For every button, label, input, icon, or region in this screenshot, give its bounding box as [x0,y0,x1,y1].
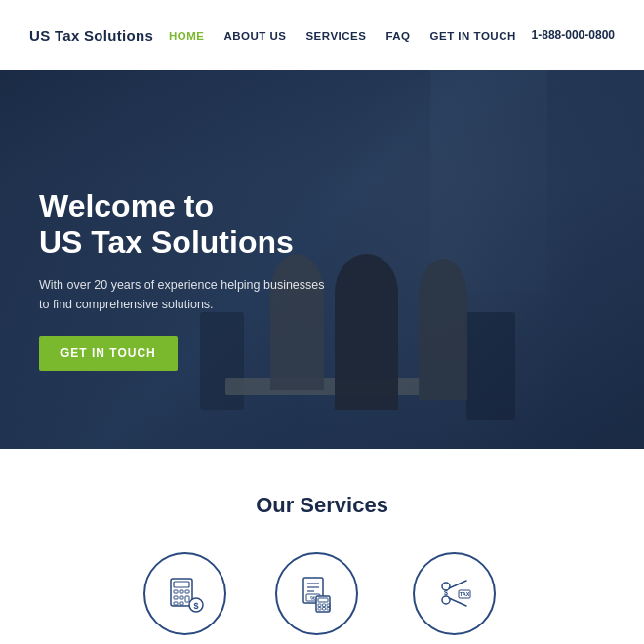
hero-cta-button[interactable]: GET IN TOUCH [39,336,178,371]
navbar: US Tax Solutions HOME ABOUT US SERVICES … [0,0,644,70]
svg-text:$: $ [194,601,199,611]
hero-title: Welcome toUS Tax Solutions [39,188,325,261]
svg-rect-1 [174,582,189,587]
svg-rect-6 [180,596,183,599]
svg-text:TAX: TAX [460,591,470,597]
person-right [419,259,467,400]
nav-item-contact[interactable]: GET IN TOUCH [430,26,516,44]
hero-content: Welcome toUS Tax Solutions With over 20 … [39,188,325,371]
svg-rect-4 [185,590,189,593]
nav-link-services[interactable]: SERVICES [305,30,366,42]
svg-text:$: $ [444,588,448,596]
audits-icon-circle: % [275,552,358,635]
svg-rect-2 [174,590,178,593]
nav-item-services[interactable]: SERVICES [305,26,366,44]
tax-planning-icon-circle: TAX $ [413,552,496,635]
svg-line-29 [449,598,466,606]
services-section: Our Services $ [0,449,644,644]
services-grid: $ TAXES % [29,552,615,644]
nav-link-faq[interactable]: FAQ [385,30,410,42]
svg-rect-3 [180,590,183,593]
taxes-icon: $ [163,573,206,616]
phone-number: 1-888-000-0800 [532,28,615,42]
taxes-icon-circle: $ [143,552,226,635]
service-item-audits: % AUDITS [275,552,358,644]
nav-item-home[interactable]: HOME [169,26,205,44]
svg-point-27 [442,596,450,604]
svg-rect-5 [174,596,178,599]
nav-item-faq[interactable]: FAQ [385,26,410,44]
hero-subtitle: With over 20 years of experience helping… [39,275,325,314]
svg-line-28 [449,581,466,588]
service-item-taxes: $ TAXES [143,552,226,644]
nav-item-about[interactable]: ABOUT US [223,26,286,44]
services-title: Our Services [29,493,615,518]
tax-planning-icon: TAX $ [432,573,475,616]
service-item-tax-planning: TAX $ TAX PLANNING [407,552,501,644]
nav-link-home[interactable]: HOME [169,30,205,42]
person-center [335,254,398,410]
audits-icon: % [295,573,338,616]
site-logo: US Tax Solutions [29,27,153,44]
nav-link-about[interactable]: ABOUT US [223,30,286,42]
svg-rect-9 [180,602,183,605]
svg-rect-7 [185,596,189,602]
nav-link-contact[interactable]: GET IN TOUCH [430,30,516,42]
svg-rect-8 [174,602,178,605]
nav-links: HOME ABOUT US SERVICES FAQ GET IN TOUCH [169,26,516,44]
